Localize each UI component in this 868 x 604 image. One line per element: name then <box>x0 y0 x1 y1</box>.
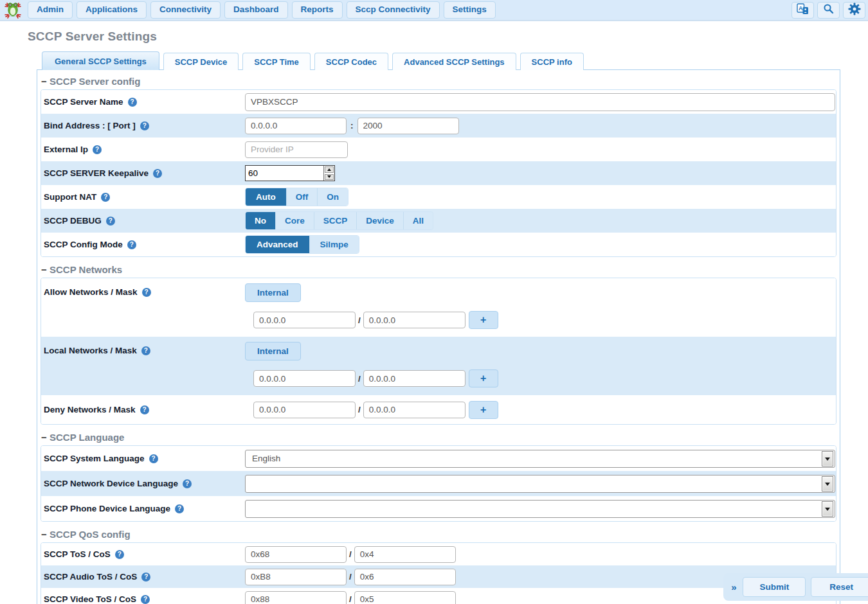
networks-box: Allow Networks / Mask ? Internal / + Loc… <box>41 278 836 425</box>
local-add-button[interactable]: + <box>469 369 498 387</box>
help-icon[interactable]: ? <box>128 98 137 107</box>
reset-button[interactable]: Reset <box>811 577 868 597</box>
mode-option-silmpe[interactable]: Silmpe <box>310 236 359 253</box>
deny-network-entry: / + <box>253 401 498 419</box>
keepalive-label: SCCP SERVER Keepalive <box>44 168 149 178</box>
row-server-name: SCCP Server Name ? <box>41 90 836 114</box>
frog-logo-icon[interactable] <box>2 1 24 19</box>
collapse-icon[interactable]: − <box>41 76 50 87</box>
video-cos-input[interactable] <box>354 591 456 604</box>
nav-item-sccp-connectivity[interactable]: Sccp Connectivity <box>347 1 440 18</box>
help-icon[interactable]: ? <box>106 217 115 226</box>
nav-item-reports[interactable]: Reports <box>292 1 343 18</box>
help-icon[interactable]: ? <box>183 479 192 488</box>
nav-item-admin[interactable]: Admin <box>28 1 73 18</box>
dropdown-arrow-icon[interactable] <box>822 476 833 492</box>
bind-ip-input[interactable] <box>245 118 347 134</box>
mask-separator: / <box>358 405 361 414</box>
dropdown-arrow-icon[interactable] <box>822 501 833 517</box>
help-icon[interactable]: ? <box>141 346 150 355</box>
deny-ip-input[interactable] <box>253 402 356 418</box>
tab-sccp-time[interactable]: SCCP Time <box>242 53 311 70</box>
help-icon[interactable]: ? <box>142 288 151 297</box>
external-ip-input[interactable] <box>245 141 348 158</box>
collapse-icon[interactable]: − <box>41 529 50 540</box>
translate-icon: A <box>797 3 809 17</box>
video-tos-input[interactable] <box>245 591 347 604</box>
debug-option-all[interactable]: All <box>404 212 433 229</box>
help-icon[interactable]: ? <box>93 145 102 154</box>
system-language-select[interactable]: English <box>245 450 835 468</box>
local-internal-button[interactable]: Internal <box>245 342 301 360</box>
top-navbar: Admin Applications Connectivity Dashboar… <box>0 0 868 21</box>
cos-separator: / <box>349 594 352 604</box>
debug-option-sccp[interactable]: SCCP <box>314 212 357 229</box>
audio-tos-label: SCCP Audio ToS / CoS <box>44 572 137 582</box>
row-local-networks: Local Networks / Mask ? Internal / + <box>41 337 836 395</box>
allow-add-button[interactable]: + <box>469 311 498 329</box>
collapse-icon[interactable]: − <box>41 432 50 443</box>
nat-option-on[interactable]: On <box>318 188 348 206</box>
tab-sccp-info[interactable]: SCCP info <box>520 53 584 70</box>
help-icon[interactable]: ? <box>101 193 110 202</box>
language-translate-button[interactable]: A <box>791 2 814 19</box>
local-mask-input[interactable] <box>363 370 466 387</box>
row-sccp-debug: SCCP DEBUG ? No Core SCCP Device All <box>41 209 836 233</box>
help-icon[interactable]: ? <box>175 504 184 513</box>
audio-cos-input[interactable] <box>354 569 456 585</box>
server-name-input[interactable] <box>245 93 835 111</box>
network-device-language-select[interactable] <box>245 475 835 493</box>
tab-sccp-codec[interactable]: SCCP Codec <box>314 53 388 70</box>
local-networks-label: Local Networks / Mask <box>44 346 137 355</box>
help-icon[interactable]: ? <box>115 550 124 559</box>
language-box: SCCP System Language ? English SCCP Netw… <box>41 445 836 522</box>
row-phone-device-language: SCCP Phone Device Language ? <box>41 496 836 521</box>
debug-option-core[interactable]: Core <box>276 212 314 229</box>
keepalive-input[interactable] <box>246 166 323 181</box>
help-icon[interactable]: ? <box>127 240 136 249</box>
collapse-icon[interactable]: − <box>41 264 50 275</box>
cos-input[interactable] <box>354 546 456 563</box>
nav-item-dashboard[interactable]: Dashboard <box>224 1 288 18</box>
tos-input[interactable] <box>245 546 347 563</box>
collapse-toolbar-icon[interactable]: » <box>731 582 736 592</box>
debug-option-no[interactable]: No <box>246 212 276 229</box>
help-icon[interactable]: ? <box>153 169 162 178</box>
nav-item-applications[interactable]: Applications <box>77 1 147 18</box>
mode-option-advanced[interactable]: Advanced <box>246 236 310 253</box>
phone-device-language-select[interactable] <box>245 500 835 518</box>
tab-sccp-device[interactable]: SCCP Device <box>163 53 239 70</box>
bind-port-input[interactable] <box>357 118 459 134</box>
help-icon[interactable]: ? <box>140 405 149 414</box>
nav-item-connectivity[interactable]: Connectivity <box>150 1 221 18</box>
dropdown-arrow-icon[interactable] <box>822 451 833 466</box>
allow-internal-button[interactable]: Internal <box>245 283 301 302</box>
nat-option-off[interactable]: Off <box>287 188 318 206</box>
server-config-box: SCCP Server Name ? Bind Address : [ Port… <box>41 89 836 257</box>
qos-box: SCCP ToS / CoS ? / SCCP Audio ToS / CoS … <box>41 542 836 604</box>
audio-tos-input[interactable] <box>245 569 347 585</box>
deny-mask-input[interactable] <box>363 402 466 418</box>
nav-item-settings[interactable]: Settings <box>444 1 496 18</box>
help-icon[interactable]: ? <box>149 454 158 463</box>
allow-mask-input[interactable] <box>363 312 466 328</box>
submit-button[interactable]: Submit <box>743 577 806 597</box>
tab-general-sccp-settings[interactable]: General SCCP Settings <box>42 51 159 70</box>
help-icon[interactable]: ? <box>141 595 150 604</box>
help-icon[interactable]: ? <box>141 573 150 582</box>
search-button[interactable] <box>817 2 840 19</box>
nat-option-auto[interactable]: Auto <box>246 188 287 206</box>
section-header-server-config: − SCCP Server config <box>41 73 836 89</box>
debug-option-device[interactable]: Device <box>357 212 404 229</box>
allow-ip-input[interactable] <box>253 312 356 328</box>
stepper-up-icon[interactable] <box>325 166 334 173</box>
tab-advanced-sccp-settings[interactable]: Advanced SCCP Settings <box>392 53 516 70</box>
help-icon[interactable]: ? <box>140 121 149 130</box>
settings-gear-button[interactable] <box>843 2 865 19</box>
deny-add-button[interactable]: + <box>469 401 498 419</box>
local-ip-input[interactable] <box>253 370 356 387</box>
section-header-qos: − SCCP QoS config <box>41 526 836 542</box>
stepper-down-icon[interactable] <box>325 174 334 181</box>
row-external-ip: External Ip ? <box>41 138 836 161</box>
config-mode-toggle: Advanced Silmpe <box>245 235 359 254</box>
